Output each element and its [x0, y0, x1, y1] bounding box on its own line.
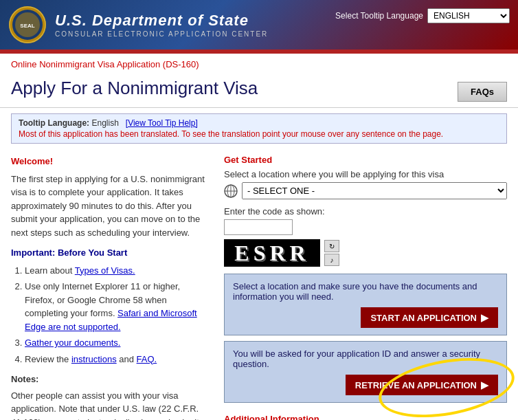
- captcha-row: ESRR ↻ ♪: [224, 239, 507, 267]
- captcha-input[interactable]: [224, 219, 293, 235]
- additional-info: Additional Information: [224, 411, 507, 420]
- instructions-link[interactable]: instructions: [71, 354, 117, 364]
- page-title-area: Apply For a Nonimmigrant Visa FAQs: [0, 75, 518, 108]
- page-header: SEAL U.S. Department of State Consular E…: [0, 0, 518, 49]
- department-seal: SEAL: [8, 5, 47, 44]
- faq-button[interactable]: FAQs: [458, 82, 507, 102]
- tooltip-line1: Tooltip Language: English [View Tool Tip…: [19, 118, 499, 128]
- retrieve-application-arrow: ▶: [481, 379, 488, 390]
- captcha-audio-button[interactable]: ♪: [324, 254, 339, 266]
- language-selector-area: Select Tooltip Language ENGLISH SPANISH …: [335, 8, 510, 23]
- retrieve-application-text: You will be asked for your application I…: [233, 349, 498, 369]
- lang-label: Select Tooltip Language: [335, 11, 423, 21]
- retrieve-application-button[interactable]: RETRIEVE AN APPLICATION ▶: [346, 375, 498, 395]
- location-label: Select a location where you will be appl…: [224, 169, 507, 179]
- breadcrumb: Online Nonimmigrant Visa Application (DS…: [0, 54, 518, 75]
- location-select[interactable]: - SELECT ONE -: [242, 182, 507, 199]
- globe-icon: [224, 184, 238, 198]
- captcha-label: Enter the code as shown:: [224, 206, 507, 217]
- main-content: Welcome! The first step in applying for …: [0, 149, 518, 420]
- retrieve-application-label: RETRIEVE AN APPLICATION: [355, 380, 477, 390]
- important-title: Important: Before You Start: [11, 246, 210, 260]
- notes-text: Other people can assist you with your vi…: [11, 389, 210, 421]
- captcha-refresh-area: ↻ ♪: [324, 240, 339, 266]
- start-application-text: Select a location and make sure you have…: [233, 281, 498, 302]
- start-application-button[interactable]: START AN APPLICATION ▶: [361, 307, 498, 328]
- safari-edge-link[interactable]: Safari and Microsoft Edge are not suppor…: [25, 308, 197, 332]
- tooltip-bar: Tooltip Language: English [View Tool Tip…: [11, 113, 507, 144]
- department-subtitle: Consular Electronic Application Center: [55, 30, 510, 38]
- right-column: Get Started Select a location where you …: [224, 155, 507, 420]
- welcome-text: The first step in applying for a U.S. no…: [11, 173, 210, 240]
- list-item-2: Use only Internet Explorer 11 or higher,…: [25, 280, 210, 333]
- captcha-refresh-button[interactable]: ↻: [324, 240, 339, 252]
- start-application-arrow: ▶: [481, 312, 488, 323]
- retrieve-application-box: You will be asked for your application I…: [224, 341, 507, 403]
- breadcrumb-link[interactable]: Online Nonimmigrant Visa Application (DS…: [11, 59, 199, 69]
- page-title: Apply For a Nonimmigrant Visa: [11, 78, 258, 99]
- start-application-box: Select a location and make sure you have…: [224, 274, 507, 335]
- tooltip-lang: English: [91, 118, 118, 128]
- get-started-title: Get Started: [224, 155, 507, 165]
- faq-link[interactable]: FAQ.: [137, 354, 157, 364]
- captcha-text: ESRR: [234, 241, 309, 266]
- retrieve-application-wrapper: You will be asked for your application I…: [224, 341, 507, 403]
- list-item-1: Learn about Types of Visas.: [25, 264, 210, 278]
- left-column: Welcome! The first step in applying for …: [11, 155, 210, 420]
- start-application-label: START AN APPLICATION: [370, 313, 477, 323]
- before-you-start-list: Learn about Types of Visas. Use only Int…: [11, 264, 210, 366]
- list-item-3: Gather your documents.: [25, 336, 210, 350]
- captcha-image: ESRR: [224, 239, 320, 267]
- svg-text:SEAL: SEAL: [20, 23, 34, 29]
- language-select[interactable]: ENGLISH SPANISH FRENCH: [427, 8, 510, 23]
- notes-title: Notes:: [11, 373, 210, 386]
- gather-documents-link[interactable]: Gather your documents.: [25, 338, 120, 348]
- location-row: - SELECT ONE -: [224, 182, 507, 199]
- welcome-title: Welcome!: [11, 155, 210, 168]
- tooltip-label: Tooltip Language:: [19, 118, 89, 128]
- tooltip-help-link[interactable]: [View Tool Tip Help]: [126, 118, 198, 128]
- list-item-4: Review the instructions and FAQ.: [25, 353, 210, 366]
- tooltip-translation-note: Most of this application has been transl…: [19, 129, 499, 139]
- types-of-visas-link[interactable]: Types of Visas.: [75, 265, 135, 276]
